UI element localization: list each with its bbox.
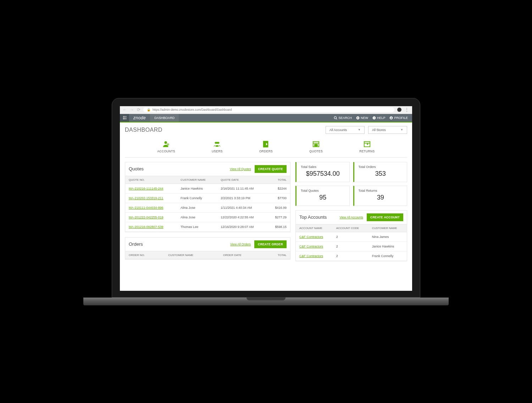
- nav-back-icon[interactable]: ←: [123, 107, 127, 112]
- cell-customer: Janice Hawkins: [177, 184, 217, 193]
- account-link[interactable]: C&F Contractors: [296, 251, 333, 261]
- quote-link[interactable]: MA-201216-092807-539: [125, 222, 177, 232]
- tab-accounts[interactable]: ACCOUNTS: [157, 140, 175, 153]
- orders-table: ORDER NO. CUSTOMER NAME ORDER DATE TOTAL: [125, 251, 290, 259]
- quote-link[interactable]: MA-210216-111145-244: [125, 184, 177, 193]
- table-row: C&F Contractors2Janice Hawkins: [296, 241, 407, 251]
- browser-bar: ← → ⟳ 🔒 https://admin-demo.znodestore.co…: [120, 106, 412, 114]
- profile-button[interactable]: PROFILE: [389, 116, 408, 120]
- search-icon: [334, 116, 337, 120]
- accounts-filter[interactable]: All Accounts ▼: [326, 126, 365, 134]
- caret-down-icon: ▼: [400, 128, 403, 131]
- svg-text:?: ?: [373, 116, 375, 119]
- address-bar[interactable]: 🔒 https://admin-demo.znodestore.com/Dash…: [143, 107, 394, 112]
- th-customer: CUSTOMER NAME: [165, 251, 220, 259]
- orders-icon: [261, 140, 271, 148]
- quotes-icon: 99: [311, 140, 321, 148]
- cell-customer: Alina Jose: [177, 203, 217, 212]
- svg-line-1: [336, 118, 337, 119]
- create-account-button[interactable]: CREATE ACCOUNT: [367, 213, 403, 221]
- table-row: C&F Contractors2Nina James: [296, 232, 407, 241]
- tab-quotes[interactable]: 99 QUOTES: [309, 140, 323, 153]
- browser-menu-icon[interactable]: ⋮: [404, 107, 409, 112]
- svg-point-6: [391, 117, 392, 118]
- help-icon: ?: [372, 116, 376, 120]
- app-topbar: znode DASHBOARD SEARCH NEW ? HELP: [120, 114, 412, 122]
- nav-forward-icon[interactable]: →: [130, 107, 134, 112]
- svg-point-11: [216, 142, 218, 144]
- stats-grid: Total Sales $957534.00 Total Orders 353 …: [295, 162, 407, 206]
- th-quote-no: QUOTE NO.: [125, 176, 177, 184]
- tab-users[interactable]: USERS: [212, 140, 223, 153]
- stat-total-quotes: Total Quotes 95: [295, 186, 350, 206]
- account-link[interactable]: C&F Contractors: [296, 232, 333, 241]
- view-all-orders-link[interactable]: View All Orders: [230, 243, 251, 246]
- quote-link[interactable]: MA-210202-153319-211: [125, 193, 177, 203]
- cell-total: $598.15: [267, 222, 290, 232]
- search-button[interactable]: SEARCH: [334, 116, 352, 120]
- caret-down-icon: ▼: [358, 128, 361, 131]
- cell-customer: Nina James: [368, 232, 407, 241]
- logo: znode: [129, 115, 150, 120]
- table-row: MA-201216-092807-539Thomas Lee12/16/2020…: [125, 222, 290, 232]
- help-button[interactable]: ? HELP: [372, 116, 386, 120]
- lock-icon: 🔒: [147, 108, 151, 111]
- profile-icon: [389, 116, 393, 120]
- cell-customer: Alina Jose: [177, 212, 217, 222]
- cell-customer: Frank Connelly: [368, 251, 407, 261]
- laptop-base: [83, 298, 449, 305]
- th-order-no: ORDER NO.: [125, 251, 165, 259]
- app-grid-button[interactable]: [120, 114, 129, 122]
- left-column: Quotes View All Quotes CREATE QUOTE QUOT…: [125, 162, 290, 287]
- cell-code: 2: [333, 251, 368, 261]
- svg-text:99: 99: [315, 143, 318, 147]
- cell-date: 2/2/2021 3:33:19 PM: [217, 193, 267, 203]
- users-icon: [212, 140, 222, 148]
- top-accounts-panel: Top Accounts View All Accounts CREATE AC…: [295, 210, 407, 261]
- svg-point-0: [334, 116, 337, 119]
- table-row: MA-210216-111145-244Janice Hawkins2/16/2…: [125, 184, 290, 193]
- content: Quotes View All Quotes CREATE QUOTE QUOT…: [120, 158, 412, 291]
- th-date: ORDER DATE: [220, 251, 263, 259]
- cell-customer: Thomas Lee: [177, 222, 217, 232]
- th-total: TOTAL: [267, 176, 290, 184]
- tab-orders[interactable]: ORDERS: [259, 140, 273, 153]
- breadcrumb[interactable]: DASHBOARD: [150, 114, 179, 122]
- orders-title: Orders: [129, 241, 143, 247]
- quote-link[interactable]: MA-201222-042255-019: [125, 212, 177, 222]
- top-accounts-title: Top Accounts: [299, 214, 327, 220]
- th-total: TOTAL: [263, 251, 290, 259]
- right-column: Total Sales $957534.00 Total Orders 353 …: [295, 162, 407, 287]
- create-quote-button[interactable]: CREATE QUOTE: [255, 165, 287, 173]
- quotes-title: Quotes: [129, 166, 144, 171]
- cell-date: 2/16/2021 11:11:45 AM: [217, 184, 267, 193]
- stat-total-orders: Total Orders 353: [353, 162, 408, 182]
- tab-returns[interactable]: RETURNS: [359, 140, 375, 153]
- quote-link[interactable]: MA-210111-044034-896: [125, 203, 177, 212]
- th-customer: CUSTOMER NAME: [368, 224, 407, 232]
- browser-profile-icon[interactable]: [397, 108, 401, 112]
- screen: ← → ⟳ 🔒 https://admin-demo.znodestore.co…: [120, 106, 412, 291]
- nav-reload-icon[interactable]: ⟳: [137, 107, 140, 112]
- title-row: DASHBOARD All Accounts ▼ All Stores ▼: [120, 122, 412, 137]
- cell-total: $416.99: [267, 203, 290, 212]
- stores-filter[interactable]: All Stores ▼: [368, 126, 407, 134]
- view-all-quotes-link[interactable]: View All Quotes: [230, 167, 251, 171]
- th-date: QUOTE DATE: [217, 176, 267, 184]
- account-link[interactable]: C&F Contractors: [296, 241, 333, 251]
- cell-total: $277.29: [267, 212, 290, 222]
- new-button[interactable]: NEW: [356, 116, 368, 120]
- cell-code: 2: [333, 241, 368, 251]
- cell-total: $2244: [267, 184, 290, 193]
- page-title: DASHBOARD: [125, 127, 162, 133]
- create-order-button[interactable]: CREATE ORDER: [254, 240, 287, 248]
- cell-customer: Janice Hawkins: [368, 241, 407, 251]
- view-all-accounts-link[interactable]: View All Accounts: [339, 216, 363, 219]
- stat-total-sales: Total Sales $957534.00: [295, 162, 350, 182]
- top-accounts-table: ACCOUNT NAME ACCOUNT CODE CUSTOMER NAME …: [296, 224, 407, 261]
- orders-panel: Orders View All Orders CREATE ORDER ORDE…: [125, 237, 290, 260]
- svg-point-7: [164, 141, 167, 143]
- screen-bezel: ← → ⟳ 🔒 https://admin-demo.znodestore.co…: [112, 98, 420, 298]
- quotes-table: QUOTE NO. CUSTOMER NAME QUOTE DATE TOTAL…: [125, 176, 290, 232]
- table-row: C&F Contractors2Frank Connelly: [296, 251, 407, 261]
